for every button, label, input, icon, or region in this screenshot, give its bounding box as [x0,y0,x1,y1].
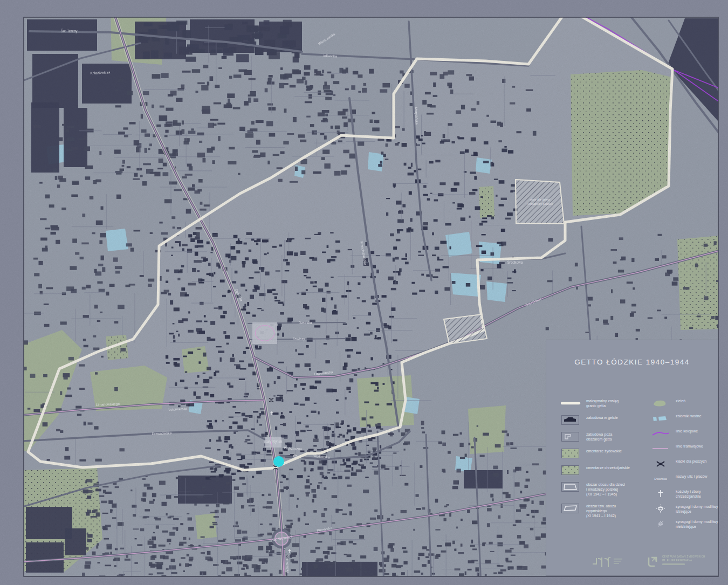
church-cross-swatch [650,488,671,499]
legend-item: obszar tzw. obozu cygańskiego (XI 1941 –… [561,503,646,519]
legend-item-label: kościoły i zbory chrześcijańskie [676,488,701,499]
map-document: obóz dla dziecii młodzieży polskiejŚw. T… [0,0,728,585]
legend-column-right: zieleńzbiorniki wodnelinie kolejowelinie… [650,398,718,529]
legend-item-label: zieleń [676,398,685,404]
legend-item: zbiorniki wodne [650,413,718,424]
street-name-swatch: Dworska [650,473,671,484]
tramway-swatch [650,443,671,454]
legend-item-label: synagogi i domy modlitwy istniejące [676,504,718,514]
legend-item: zabudowa poza obszarem getta [561,431,646,442]
legend-item: linie tramwajowe [650,443,718,454]
legend-item-label: nazwy ulic i placów [676,473,708,479]
legend-item-label: zbiorniki wodne [676,413,702,419]
camp-children-swatch [561,481,581,492]
legend-column-left: maksymalny zasięg granic gettazabudowa w… [561,398,646,529]
legend-item-label: kładki dla pieszych [676,458,706,464]
legend-item: linie kolejowe [650,428,718,439]
legend-item-label: zabudowa w getcie [586,415,618,421]
railway-swatch [650,428,671,439]
logos-row: CENTRUM BADAŃ ŻYDOWSKICHIM. FILIPA FRIED… [592,555,705,569]
cemetery-christian-swatch [561,465,581,476]
university-logo-icon [647,555,659,568]
legend-item: maksymalny zasięg granic getta [561,398,646,409]
legend-item: cmentarze chrześcijańskie [561,465,646,476]
camp-gypsy-swatch [561,503,581,514]
legend-item: cmentarze żydowskie [561,448,646,459]
synagogue-existing-swatch [650,504,671,514]
legend-item-label: cmentarze chrześcijańskie [586,465,630,471]
legend-item: synagogi i domy modlitwy nieistniejące [650,519,718,529]
legend-item-label: linie kolejowe [676,428,698,434]
buildings-outside-swatch [561,431,581,442]
legend-item-label: obszar tzw. obozu cygańskiego (XI 1941 –… [586,503,616,519]
legend-panel: GETTO ŁÓDZKIE 1940–1944 maksymalny zasię… [546,340,718,576]
map-title: GETTO ŁÓDZKIE 1940–1944 [546,358,718,366]
legend-item: kładki dla pieszych [650,458,718,469]
legend-item-label: cmentarze żydowskie [586,448,622,454]
footbridge-swatch [650,458,671,469]
cemetery-jewish-swatch [561,448,581,459]
green-area-swatch [650,398,671,409]
legend-item: zabudowa w getcie [561,415,646,425]
svg-text:Dworska: Dworska [654,477,667,480]
legend-item: kościoły i zbory chrześcijańskie [650,488,718,499]
synagogue-former-swatch [650,519,671,529]
legend-item-label: zabudowa poza obszarem getta [586,431,612,442]
university-logo: CENTRUM BADAŃ ŻYDOWSKICHIM. FILIPA FRIED… [647,555,705,568]
legend-item-label: obszar obozu dla dzieci i młodzieży pols… [586,481,625,497]
legend-columns: maksymalny zasięg granic gettazabudowa w… [546,398,718,529]
university-logo-text: CENTRUM BADAŃ ŻYDOWSKICHIM. FILIPA FRIED… [662,555,705,568]
buildings-in-ghetto-swatch [561,415,581,425]
legend-item-label: maksymalny zasięg granic getta [586,398,619,409]
legend-item: Dworskanazwy ulic i placów [650,473,718,484]
legend-item: obszar obozu dla dzieci i młodzieży pols… [561,481,646,497]
legend-item: synagogi i domy modlitwy istniejące [650,504,718,514]
water-swatch [650,413,671,424]
logo-subtext-bar [662,563,685,565]
legend-item: zieleń [650,398,718,409]
partner-logo-icon [592,555,633,569]
legend-item-label: linie tramwajowe [676,443,703,449]
legend-item-label: synagogi i domy modlitwy nieistniejące [676,519,718,529]
boundary-line-swatch [561,398,581,409]
